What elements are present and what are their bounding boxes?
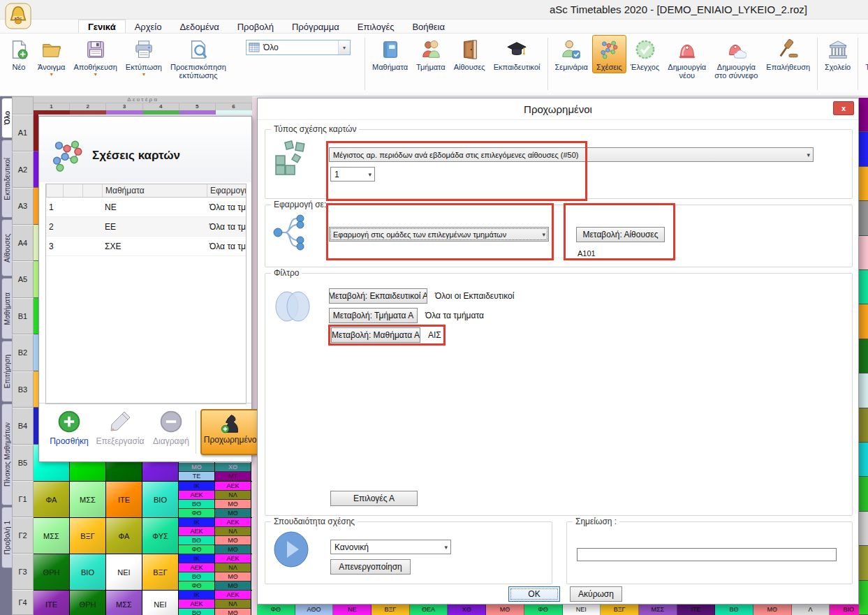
view-tab-Πίνακας Μαθημάτων[interactable]: Πίνακας Μαθημάτων (1, 403, 12, 505)
timetable-card-mini[interactable]: ΑΕΚ (215, 518, 251, 527)
view-tab-Επιτήρηση[interactable]: Επιτήρηση (1, 341, 12, 402)
timetable-card-mini[interactable]: ΜΘ (215, 581, 251, 591)
row-label-B5[interactable]: B5 (12, 445, 34, 482)
row-label-B4[interactable]: B4 (12, 408, 34, 445)
toolbar-button-siren[interactable]: Δημιουργία νέου (663, 35, 710, 82)
table-header-blank[interactable] (82, 184, 102, 197)
timetable-card[interactable]: ΦΑ (106, 518, 142, 554)
view-tab-Αίθουσες[interactable]: Αίθουσες (1, 219, 12, 276)
timetable-card-mini[interactable]: ΜΘ (215, 572, 251, 581)
table-header-blank[interactable] (46, 184, 63, 197)
filter-change-button-1[interactable]: Μεταβολή: Τμήματα Α (329, 308, 418, 323)
toolbar-button-siren-cloud[interactable]: Δημιουργία στο σύννεφο (710, 35, 762, 82)
timetable-card-mini[interactable]: ΒΘ (179, 536, 214, 545)
timetable-card-mini[interactable]: ΙΚ (179, 518, 214, 527)
toolbar-button-seminar[interactable]: Σεμινάρια (551, 35, 592, 73)
timetable-card-mini[interactable]: ΜΘ (215, 500, 251, 509)
toolbar-button-book[interactable]: Μαθήματα (368, 35, 412, 73)
toolbar-button-students[interactable]: Τμήματα (412, 35, 450, 73)
table-row[interactable]: 1ΝΕΌλα τα τμ (46, 198, 246, 217)
menu-item-Πρόγραμμα[interactable]: Πρόγραμμα (283, 20, 348, 33)
timetable-card[interactable]: ΙΤΕ (106, 482, 142, 517)
toolbar-button-print-preview[interactable]: Προεπισκόπηση εκτύπωσης (166, 35, 230, 82)
timetable-card-mini[interactable]: ΙΚ (179, 482, 214, 491)
filter-change-button-2[interactable]: Μεταβολή: Μαθήματα Α (331, 327, 420, 343)
timetable-card-mini[interactable]: ΒΞΓ (372, 605, 410, 615)
timetable-card-mini[interactable]: ΘΕΑ (410, 605, 448, 615)
view-tab-Όλο[interactable]: Όλο (1, 98, 12, 138)
delete-button[interactable]: Διαγραφή (149, 409, 193, 446)
timetable-card[interactable]: ΒΞΓ (142, 554, 179, 590)
timetable-card-mini[interactable]: ΒΘ (179, 500, 214, 509)
timetable-card-mini[interactable]: ΑΕΚ (215, 591, 251, 600)
toolbar-button-check-badge[interactable]: Έλεγχος (626, 35, 663, 73)
row-label-A3[interactable]: A3 (12, 188, 34, 225)
timetable-card-mini[interactable]: ΤΕ (179, 472, 214, 481)
row-label-B1[interactable]: B1 (12, 298, 34, 335)
table-header-Εφαρμογή[interactable]: Εφαρμογή (207, 184, 247, 197)
filter-change-button-0[interactable]: Μεταβολή: Εκπαιδευτικοί Α (329, 288, 427, 304)
timetable-card-mini[interactable]: ΑΘΟ (295, 605, 334, 615)
timetable-card-mini[interactable]: ΦΘ (179, 581, 214, 591)
row-label-Γ3[interactable]: Γ3 (12, 554, 34, 590)
toolbar-button-school[interactable]: Σχολείο (821, 35, 855, 73)
apply-to-select[interactable]: Εφαρμογή στις ομάδες των επιλεγμένων τμη… (329, 227, 549, 242)
timetable-card-mini[interactable]: ΒΞΓ (601, 605, 639, 615)
timetable-card-mini[interactable]: ΜΘ (215, 609, 251, 615)
menu-item-Αρχείο[interactable]: Αρχείο (126, 20, 171, 33)
change-rooms-button[interactable]: Μεταβολή: Αίθουσες (576, 227, 665, 242)
toolbar-button-new-doc[interactable]: Νέο (4, 35, 34, 73)
timetable-card-mini[interactable]: ΑΕΚ (179, 600, 214, 609)
close-button[interactable]: x (833, 101, 854, 115)
timetable-card-mini[interactable]: ΜΘ (215, 545, 251, 554)
timetable-card-mini[interactable]: ΑΕΚ (215, 482, 251, 491)
toolbar-button-open-folder[interactable]: Άνοιγμα▾ (34, 35, 69, 79)
timetable-card-mini[interactable]: ΝΛ (215, 563, 251, 572)
timetable-card-mini[interactable]: ΑΕΚ (179, 491, 214, 500)
timetable-card[interactable]: ΦΥΣ (142, 518, 179, 554)
timetable-card-mini[interactable]: ΝΛ (215, 527, 251, 536)
timetable-card-mini[interactable]: ΦΘ (179, 509, 214, 518)
timetable-card-mini[interactable]: ΒΘ (179, 572, 214, 581)
menu-item-Επιλογές[interactable]: Επιλογές (348, 20, 404, 33)
timetable-card-mini[interactable]: Λ (792, 605, 830, 615)
timetable-card-mini[interactable]: ΧΘ (448, 605, 486, 615)
timetable-card-mini[interactable]: ΦΘ (179, 545, 214, 554)
timetable-card[interactable]: ΦΑ (34, 482, 70, 517)
table-header-blank[interactable] (63, 184, 82, 197)
timetable-card-mini[interactable]: ΦΘ (524, 605, 563, 615)
row-label-A4[interactable]: A4 (12, 225, 34, 262)
view-tab-Προβολή 1[interactable]: Προβολή 1 (1, 507, 12, 568)
timetable-card[interactable]: ΒΙΟ (142, 482, 179, 517)
row-label-Γ1[interactable]: Γ1 (12, 481, 34, 517)
cancel-button[interactable]: Ακύρωση (570, 586, 622, 602)
timetable-card-mini[interactable]: ΜΣΣ (639, 605, 677, 615)
timetable-card[interactable]: ΒΞΓ (70, 518, 106, 554)
row-label-B2[interactable]: B2 (12, 334, 34, 371)
timetable-card-mini[interactable]: ΜΘ (486, 605, 524, 615)
timetable-card-mini[interactable]: ΝΛ (215, 600, 251, 609)
timetable-card-mini[interactable]: ΦΘ (257, 605, 295, 615)
view-tab-Μαθήματα[interactable]: Μαθήματα (1, 278, 12, 339)
advanced-button[interactable]: Προχωρημένοι (200, 409, 262, 455)
timetable-card[interactable]: ΝΕΙ (106, 554, 142, 590)
timetable-card[interactable]: ΒΙΟ (70, 554, 106, 590)
edit-button[interactable]: Επεξεργασία (91, 409, 149, 446)
toolbar-button-printer[interactable]: Εκτύπωση▾ (122, 35, 166, 79)
menu-item-Βοήθεια[interactable]: Βοήθεια (403, 20, 454, 33)
timetable-card-mini[interactable]: ΒΘ (179, 609, 214, 615)
timetable-card[interactable]: ΝΕΙ (142, 591, 179, 615)
view-selector[interactable]: Όλο▾ (246, 40, 351, 55)
menu-item-Προβολή[interactable]: Προβολή (228, 20, 283, 33)
timetable-card[interactable]: ΙΤΕ (34, 591, 70, 615)
timetable-card-mini[interactable]: ΙΤΕ (677, 605, 716, 615)
relation-type-select[interactable]: Μέγιστος αρ. περιόδων ανά εβδομάδα στις … (329, 147, 814, 162)
timetable-card-mini[interactable]: ΝΕΙ (563, 605, 601, 615)
toolbar-button-gavel[interactable]: Επαλήθευση (762, 35, 814, 73)
timetable-card-mini[interactable]: ΑΕΚ (215, 554, 251, 563)
timetable-card-mini[interactable]: ΜΘ (179, 463, 214, 472)
toolbar-button-cloud[interactable]: TimeTables Online (861, 35, 868, 82)
row-label-A2[interactable]: A2 (12, 151, 34, 188)
timetable-card-mini[interactable]: ΜΘ (753, 605, 792, 615)
timetable-card[interactable]: ΘΡΗ (70, 591, 106, 615)
